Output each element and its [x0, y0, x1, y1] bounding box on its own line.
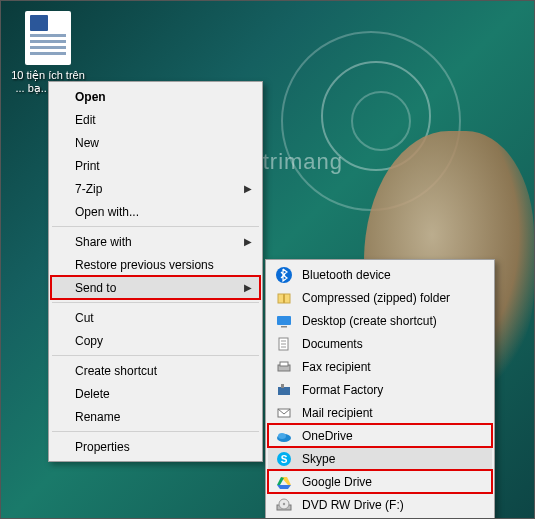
sendto-item-label: Skype: [302, 452, 335, 466]
google-drive-icon: [276, 474, 292, 490]
bg-swirl: [351, 91, 411, 151]
skype-icon: S: [276, 451, 292, 467]
menu-open-with[interactable]: Open with...: [51, 200, 260, 223]
menu-print[interactable]: Print: [51, 154, 260, 177]
menu-cut[interactable]: Cut: [51, 306, 260, 329]
fax-icon: [276, 359, 292, 375]
word-doc-icon: [25, 11, 71, 65]
svg-rect-3: [277, 316, 291, 325]
sendto-mail[interactable]: Mail recipient: [268, 401, 492, 424]
sendto-item-label: Format Factory: [302, 383, 383, 397]
svg-rect-12: [281, 384, 284, 388]
menu-separator: [52, 226, 259, 227]
svg-rect-4: [281, 326, 287, 328]
disc-drive-icon: [276, 497, 292, 513]
sendto-item-label: Bluetooth device: [302, 268, 391, 282]
menu-separator: [52, 431, 259, 432]
menu-edit[interactable]: Edit: [51, 108, 260, 131]
chevron-right-icon: ▶: [244, 236, 252, 247]
svg-rect-10: [280, 362, 288, 366]
sendto-desktop-shortcut[interactable]: Desktop (create shortcut): [268, 309, 492, 332]
sendto-item-label: DVD RW Drive (F:): [302, 498, 404, 512]
menu-new[interactable]: New: [51, 131, 260, 154]
svg-rect-2: [283, 294, 285, 303]
chevron-right-icon: ▶: [244, 282, 252, 293]
menu-create-shortcut[interactable]: Create shortcut: [51, 359, 260, 382]
sendto-google-drive[interactable]: Google Drive: [268, 470, 492, 493]
svg-point-15: [278, 433, 286, 439]
bluetooth-icon: [276, 267, 292, 283]
sendto-submenu: Bluetooth device Compressed (zipped) fol…: [265, 259, 495, 519]
sendto-fax[interactable]: Fax recipient: [268, 355, 492, 378]
svg-marker-19: [277, 477, 284, 485]
chevron-right-icon: ▶: [244, 183, 252, 194]
sendto-item-label: Google Drive: [302, 475, 372, 489]
sendto-compressed[interactable]: Compressed (zipped) folder: [268, 286, 492, 309]
sendto-documents[interactable]: Documents: [268, 332, 492, 355]
svg-marker-20: [277, 485, 291, 489]
mail-icon: [276, 405, 292, 421]
sendto-item-label: OneDrive: [302, 429, 353, 443]
sendto-item-label: Documents: [302, 337, 363, 351]
menu-open[interactable]: Open: [51, 85, 260, 108]
context-menu: Open Edit New Print 7-Zip▶ Open with... …: [48, 81, 263, 462]
svg-text:S: S: [281, 454, 288, 465]
sendto-dvd-drive[interactable]: DVD RW Drive (F:): [268, 493, 492, 516]
onedrive-icon: [276, 428, 292, 444]
menu-send-to[interactable]: Send to▶: [51, 276, 260, 299]
menu-share-with[interactable]: Share with▶: [51, 230, 260, 253]
sendto-item-label: Mail recipient: [302, 406, 373, 420]
menu-restore-versions[interactable]: Restore previous versions: [51, 253, 260, 276]
sendto-skype[interactable]: S Skype: [268, 447, 492, 470]
sendto-onedrive[interactable]: OneDrive: [268, 424, 492, 447]
documents-icon: [276, 336, 292, 352]
svg-point-23: [283, 502, 285, 504]
menu-7zip[interactable]: 7-Zip▶: [51, 177, 260, 200]
menu-rename[interactable]: Rename: [51, 405, 260, 428]
format-factory-icon: [276, 382, 292, 398]
desktop-icon: [276, 313, 292, 329]
sendto-bluetooth[interactable]: Bluetooth device: [268, 263, 492, 286]
menu-copy[interactable]: Copy: [51, 329, 260, 352]
sendto-item-label: Desktop (create shortcut): [302, 314, 437, 328]
sendto-format-factory[interactable]: Format Factory: [268, 378, 492, 401]
zip-folder-icon: [276, 290, 292, 306]
svg-rect-11: [278, 387, 290, 395]
menu-separator: [52, 302, 259, 303]
sendto-item-label: Compressed (zipped) folder: [302, 291, 450, 305]
menu-properties[interactable]: Properties: [51, 435, 260, 458]
menu-delete[interactable]: Delete: [51, 382, 260, 405]
menu-separator: [52, 355, 259, 356]
sendto-item-label: Fax recipient: [302, 360, 371, 374]
